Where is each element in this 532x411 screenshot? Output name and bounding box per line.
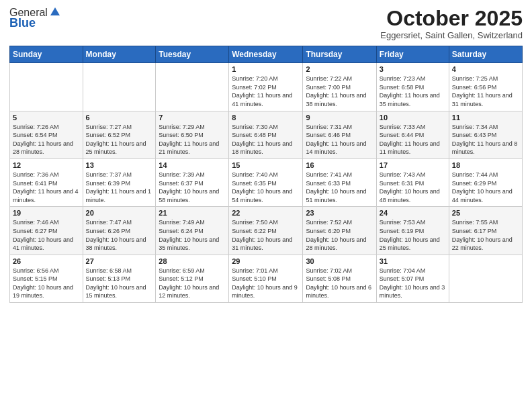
week-row-5: 26Sunrise: 6:56 AMSunset: 5:15 PMDayligh… (10, 255, 523, 302)
day-info: Sunrise: 7:47 AMSunset: 6:26 PMDaylight:… (86, 218, 153, 252)
day-number: 23 (306, 209, 373, 217)
day-info: Sunrise: 7:52 AMSunset: 6:20 PMDaylight:… (306, 218, 373, 252)
calendar-page: General Blue October 2025 Eggersriet, Sa… (0, 0, 532, 411)
calendar-cell (10, 63, 83, 111)
day-info: Sunrise: 7:31 AMSunset: 6:46 PMDaylight:… (306, 123, 373, 156)
calendar-cell: 20Sunrise: 7:47 AMSunset: 6:26 PMDayligh… (83, 207, 156, 255)
calendar-cell: 9Sunrise: 7:31 AMSunset: 6:46 PMDaylight… (303, 111, 376, 158)
day-number: 18 (452, 161, 519, 169)
day-info: Sunrise: 7:46 AMSunset: 6:27 PMDaylight:… (13, 218, 80, 252)
calendar-cell (83, 63, 156, 111)
calendar-cell: 13Sunrise: 7:37 AMSunset: 6:39 PMDayligh… (83, 158, 156, 206)
day-info: Sunrise: 7:23 AMSunset: 6:58 PMDaylight:… (380, 75, 446, 108)
weekday-header-friday: Friday (376, 46, 449, 63)
day-info: Sunrise: 7:36 AMSunset: 6:41 PMDaylight:… (13, 171, 80, 204)
day-number: 3 (380, 65, 446, 73)
day-number: 5 (13, 113, 80, 122)
calendar-cell: 27Sunrise: 6:58 AMSunset: 5:13 PMDayligh… (83, 255, 156, 302)
calendar-cell: 6Sunrise: 7:27 AMSunset: 6:52 PMDaylight… (83, 111, 156, 158)
weekday-header-row: SundayMondayTuesdayWednesdayThursdayFrid… (10, 46, 523, 63)
week-row-4: 19Sunrise: 7:46 AMSunset: 6:27 PMDayligh… (10, 207, 523, 255)
day-info: Sunrise: 6:59 AMSunset: 5:12 PMDaylight:… (159, 267, 226, 300)
day-number: 28 (159, 257, 226, 265)
calendar-cell: 14Sunrise: 7:39 AMSunset: 6:37 PMDayligh… (156, 158, 229, 206)
day-number: 30 (306, 257, 373, 265)
day-info: Sunrise: 7:39 AMSunset: 6:37 PMDaylight:… (159, 171, 226, 204)
calendar-cell: 19Sunrise: 7:46 AMSunset: 6:27 PMDayligh… (10, 207, 83, 255)
calendar-cell: 24Sunrise: 7:53 AMSunset: 6:19 PMDayligh… (376, 207, 449, 255)
calendar-cell: 25Sunrise: 7:55 AMSunset: 6:17 PMDayligh… (449, 207, 522, 255)
day-info: Sunrise: 7:34 AMSunset: 6:43 PMDaylight:… (452, 123, 519, 156)
header: General Blue October 2025 Eggersriet, Sa… (9, 7, 523, 40)
day-info: Sunrise: 7:01 AMSunset: 5:10 PMDaylight:… (232, 267, 300, 300)
calendar-cell: 4Sunrise: 7:25 AMSunset: 6:56 PMDaylight… (449, 63, 522, 111)
day-number: 15 (232, 161, 300, 169)
day-info: Sunrise: 7:20 AMSunset: 7:02 PMDaylight:… (232, 75, 300, 108)
week-row-1: 1Sunrise: 7:20 AMSunset: 7:02 PMDaylight… (10, 63, 523, 111)
day-number: 25 (452, 209, 519, 217)
weekday-header-sunday: Sunday (10, 46, 83, 63)
day-info: Sunrise: 7:50 AMSunset: 6:22 PMDaylight:… (232, 218, 300, 252)
day-number: 2 (306, 65, 373, 73)
day-number: 10 (380, 113, 446, 122)
day-number: 14 (159, 161, 226, 169)
calendar-cell: 23Sunrise: 7:52 AMSunset: 6:20 PMDayligh… (303, 207, 376, 255)
calendar-cell: 18Sunrise: 7:44 AMSunset: 6:29 PMDayligh… (449, 158, 522, 206)
day-info: Sunrise: 6:56 AMSunset: 5:15 PMDaylight:… (13, 267, 80, 300)
day-number: 21 (159, 209, 226, 217)
location-title: Eggersriet, Saint Gallen, Switzerland (380, 30, 523, 40)
day-info: Sunrise: 6:58 AMSunset: 5:13 PMDaylight:… (86, 267, 153, 300)
day-number: 19 (13, 209, 80, 217)
day-info: Sunrise: 7:44 AMSunset: 6:29 PMDaylight:… (452, 171, 519, 204)
day-number: 6 (86, 113, 153, 122)
day-info: Sunrise: 7:33 AMSunset: 6:44 PMDaylight:… (380, 123, 446, 156)
calendar-cell: 15Sunrise: 7:40 AMSunset: 6:35 PMDayligh… (229, 158, 303, 206)
day-number: 29 (232, 257, 300, 265)
day-info: Sunrise: 7:55 AMSunset: 6:17 PMDaylight:… (452, 218, 519, 252)
calendar-cell: 8Sunrise: 7:30 AMSunset: 6:48 PMDaylight… (229, 111, 303, 158)
calendar-cell: 31Sunrise: 7:04 AMSunset: 5:07 PMDayligh… (376, 255, 449, 302)
day-info: Sunrise: 7:41 AMSunset: 6:33 PMDaylight:… (306, 171, 373, 204)
calendar-cell: 3Sunrise: 7:23 AMSunset: 6:58 PMDaylight… (376, 63, 449, 111)
day-number: 13 (86, 161, 153, 169)
calendar-cell: 5Sunrise: 7:26 AMSunset: 6:54 PMDaylight… (10, 111, 83, 158)
day-info: Sunrise: 7:04 AMSunset: 5:07 PMDaylight:… (380, 267, 446, 300)
logo: General Blue (9, 7, 61, 30)
day-info: Sunrise: 7:43 AMSunset: 6:31 PMDaylight:… (380, 171, 446, 204)
calendar-cell: 30Sunrise: 7:02 AMSunset: 5:08 PMDayligh… (303, 255, 376, 302)
day-info: Sunrise: 7:02 AMSunset: 5:08 PMDaylight:… (306, 267, 373, 300)
day-number: 9 (306, 113, 373, 122)
day-info: Sunrise: 7:29 AMSunset: 6:50 PMDaylight:… (159, 123, 226, 156)
calendar-cell: 26Sunrise: 6:56 AMSunset: 5:15 PMDayligh… (10, 255, 83, 302)
weekday-header-wednesday: Wednesday (229, 46, 303, 63)
day-info: Sunrise: 7:26 AMSunset: 6:54 PMDaylight:… (13, 123, 80, 156)
calendar-table: SundayMondayTuesdayWednesdayThursdayFrid… (9, 46, 523, 303)
weekday-header-tuesday: Tuesday (156, 46, 229, 63)
week-row-3: 12Sunrise: 7:36 AMSunset: 6:41 PMDayligh… (10, 158, 523, 206)
svg-marker-0 (50, 7, 60, 15)
calendar-cell: 7Sunrise: 7:29 AMSunset: 6:50 PMDaylight… (156, 111, 229, 158)
day-info: Sunrise: 7:22 AMSunset: 7:00 PMDaylight:… (306, 75, 373, 108)
day-number: 16 (306, 161, 373, 169)
calendar-cell: 12Sunrise: 7:36 AMSunset: 6:41 PMDayligh… (10, 158, 83, 206)
day-number: 1 (232, 65, 300, 73)
calendar-cell: 11Sunrise: 7:34 AMSunset: 6:43 PMDayligh… (449, 111, 522, 158)
calendar-cell (156, 63, 229, 111)
day-number: 8 (232, 113, 300, 122)
calendar-cell: 1Sunrise: 7:20 AMSunset: 7:02 PMDaylight… (229, 63, 303, 111)
day-info: Sunrise: 7:27 AMSunset: 6:52 PMDaylight:… (86, 123, 153, 156)
day-info: Sunrise: 7:25 AMSunset: 6:56 PMDaylight:… (452, 75, 519, 108)
day-number: 4 (452, 65, 519, 73)
day-number: 11 (452, 113, 519, 122)
day-info: Sunrise: 7:37 AMSunset: 6:39 PMDaylight:… (86, 171, 153, 204)
weekday-header-saturday: Saturday (449, 46, 522, 63)
day-number: 26 (13, 257, 80, 265)
weekday-header-monday: Monday (83, 46, 156, 63)
week-row-2: 5Sunrise: 7:26 AMSunset: 6:54 PMDaylight… (10, 111, 523, 158)
day-number: 7 (159, 113, 226, 122)
calendar-cell: 29Sunrise: 7:01 AMSunset: 5:10 PMDayligh… (229, 255, 303, 302)
month-title: October 2025 (380, 7, 523, 30)
day-info: Sunrise: 7:49 AMSunset: 6:24 PMDaylight:… (159, 218, 226, 252)
logo-blue-text: Blue (9, 16, 36, 30)
day-number: 20 (86, 209, 153, 217)
